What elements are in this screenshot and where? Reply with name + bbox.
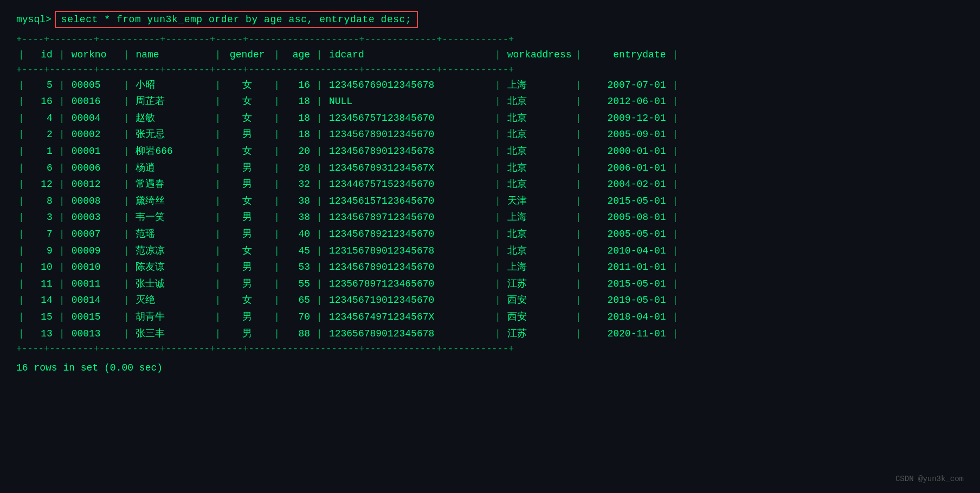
cell-idcard: 123456757123845670 (325, 110, 493, 127)
cell-name: 韦一笑 (131, 209, 212, 226)
cell-id: 12 (27, 176, 57, 193)
cell-id: 14 (27, 292, 57, 309)
cell-entrydate: 2018-04-01 (584, 309, 670, 326)
cell-id: 6 (27, 160, 57, 177)
data-rows: | 5 | 00005 | 小昭 | 女 | 16 | 123456769012… (16, 77, 964, 342)
cell-gender: 男 (223, 309, 272, 326)
cell-idcard: 123567897123465670 (325, 276, 493, 293)
cell-workno: 00002 (67, 126, 121, 143)
cell-workaddress: 北京 (503, 176, 573, 193)
header-idcard: idcard (325, 47, 493, 63)
cell-workaddress: 江苏 (503, 326, 573, 342)
cell-name: 常遇春 (131, 176, 212, 193)
table-row: | 10 | 00010 | 陈友谅 | 男 | 53 | 1234567890… (16, 259, 964, 276)
cell-idcard: NULL (325, 93, 493, 110)
cell-age: 88 (282, 326, 314, 342)
cell-workno: 00004 (67, 110, 121, 127)
cell-id: 7 (27, 226, 57, 243)
cell-workno: 00011 (67, 276, 121, 293)
cell-idcard: 123456789012345670 (325, 126, 493, 143)
header-workaddress: workaddress (503, 47, 573, 63)
cell-gender: 女 (223, 193, 272, 210)
cell-workno: 00009 (67, 243, 121, 260)
cell-id: 13 (27, 326, 57, 342)
cell-name: 黛绮丝 (131, 193, 212, 210)
cell-age: 65 (282, 292, 314, 309)
cell-idcard: 123456789012345670 (325, 259, 493, 276)
cell-idcard: 123156789012345678 (325, 243, 493, 260)
cell-idcard: 123446757152345670 (325, 176, 493, 193)
header-age: age (282, 47, 314, 63)
divider-bottom: +----+--------+-----------+--------+----… (16, 342, 964, 356)
cell-workno: 00001 (67, 143, 121, 160)
table-row: | 8 | 00008 | 黛绮丝 | 女 | 38 | 12345615712… (16, 193, 964, 210)
cell-workno: 00010 (67, 259, 121, 276)
table-wrapper: +----+--------+-----------+--------+----… (16, 33, 964, 356)
cell-gender: 男 (223, 209, 272, 226)
cell-entrydate: 2005-05-01 (584, 226, 670, 243)
table-row: | 4 | 00004 | 赵敏 | 女 | 18 | 123456757123… (16, 110, 964, 127)
cell-age: 18 (282, 126, 314, 143)
cell-idcard: 123456157123645670 (325, 193, 493, 210)
cell-gender: 男 (223, 276, 272, 293)
cell-idcard: 123456719012345670 (325, 292, 493, 309)
cell-entrydate: 2006-01-01 (584, 160, 670, 177)
cell-name: 周芷若 (131, 93, 212, 110)
cell-idcard: 123456789012345678 (325, 143, 493, 160)
cell-age: 28 (282, 160, 314, 177)
cell-entrydate: 2012-06-01 (584, 93, 670, 110)
sql-command: select * from yun3k_emp order by age asc… (55, 11, 418, 28)
cell-age: 18 (282, 93, 314, 110)
cell-age: 40 (282, 226, 314, 243)
cell-entrydate: 2005-08-01 (584, 209, 670, 226)
cell-gender: 男 (223, 226, 272, 243)
cell-name: 范瑶 (131, 226, 212, 243)
cell-entrydate: 2015-05-01 (584, 193, 670, 210)
table-row: | 7 | 00007 | 范瑶 | 男 | 40 | 123456789212… (16, 226, 964, 243)
header-workno: workno (67, 47, 121, 63)
cell-age: 55 (282, 276, 314, 293)
table-row: | 15 | 00015 | 胡青牛 | 男 | 70 | 1234567497… (16, 309, 964, 326)
header-name: name (131, 47, 212, 63)
cell-workno: 00014 (67, 292, 121, 309)
cell-name: 范凉凉 (131, 243, 212, 260)
cell-workno: 00007 (67, 226, 121, 243)
cell-workno: 00005 (67, 77, 121, 94)
terminal: mysql> select * from yun3k_emp order by … (16, 11, 964, 377)
cell-gender: 男 (223, 160, 272, 177)
cell-name: 张士诚 (131, 276, 212, 293)
cell-id: 8 (27, 193, 57, 210)
cell-entrydate: 2007-07-01 (584, 77, 670, 94)
prompt-line: mysql> select * from yun3k_emp order by … (16, 11, 964, 28)
cell-name: 灭绝 (131, 292, 212, 309)
cell-name: 杨逍 (131, 160, 212, 177)
cell-age: 70 (282, 309, 314, 326)
table-row: | 14 | 00014 | 灭绝 | 女 | 65 | 12345671901… (16, 292, 964, 309)
cell-id: 10 (27, 259, 57, 276)
table-row: | 11 | 00011 | 张士诚 | 男 | 55 | 1235678971… (16, 276, 964, 293)
table-row: | 1 | 00001 | 柳岩666 | 女 | 20 | 123456789… (16, 143, 964, 160)
cell-workaddress: 上海 (503, 259, 573, 276)
cell-workaddress: 西安 (503, 292, 573, 309)
cell-id: 16 (27, 93, 57, 110)
cell-idcard: 123456789212345670 (325, 226, 493, 243)
cell-workaddress: 上海 (503, 209, 573, 226)
cell-gender: 女 (223, 93, 272, 110)
cell-name: 陈友谅 (131, 259, 212, 276)
cell-gender: 女 (223, 292, 272, 309)
cell-age: 20 (282, 143, 314, 160)
cell-entrydate: 2004-02-01 (584, 176, 670, 193)
cell-entrydate: 2020-11-01 (584, 326, 670, 342)
divider-top: +----+--------+-----------+--------+----… (16, 33, 964, 47)
cell-idcard: 12345674971234567X (325, 309, 493, 326)
table-row: | 16 | 00016 | 周芷若 | 女 | 18 | NULL | 北京 … (16, 93, 964, 110)
cell-id: 9 (27, 243, 57, 260)
header-gender: gender (223, 47, 272, 63)
cell-workaddress: 江苏 (503, 276, 573, 293)
header-id: id (27, 47, 57, 63)
cell-gender: 男 (223, 326, 272, 342)
cell-idcard: 123456769012345678 (325, 77, 493, 94)
cell-age: 53 (282, 259, 314, 276)
cell-name: 柳岩666 (131, 143, 212, 160)
cell-workaddress: 北京 (503, 160, 573, 177)
